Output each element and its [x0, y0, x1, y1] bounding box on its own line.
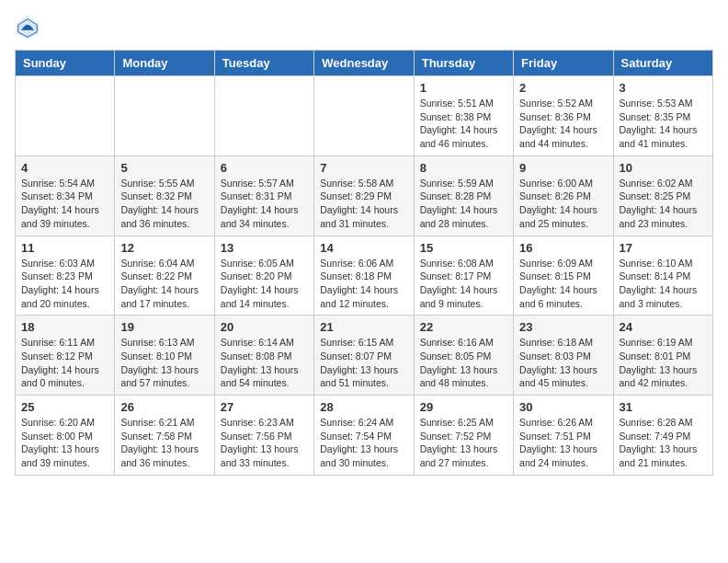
day-number: 27: [221, 400, 308, 414]
col-header-wednesday: Wednesday: [314, 51, 414, 76]
logo: [15, 15, 44, 40]
calendar-cell: 10Sunrise: 6:02 AM Sunset: 8:25 PM Dayli…: [613, 155, 712, 236]
day-number: 2: [519, 81, 607, 95]
day-number: 6: [221, 161, 308, 175]
day-info: Sunrise: 6:00 AM Sunset: 8:26 PM Dayligh…: [519, 177, 607, 231]
day-info: Sunrise: 6:13 AM Sunset: 8:10 PM Dayligh…: [120, 336, 208, 390]
calendar-cell: 7Sunrise: 5:58 AM Sunset: 8:29 PM Daylig…: [314, 155, 414, 236]
day-number: 22: [420, 320, 507, 334]
calendar-cell: 28Sunrise: 6:24 AM Sunset: 7:54 PM Dayli…: [314, 396, 414, 476]
day-number: 4: [21, 161, 108, 175]
calendar-table: SundayMondayTuesdayWednesdayThursdayFrid…: [15, 50, 713, 476]
col-header-tuesday: Tuesday: [214, 51, 313, 76]
calendar-cell: 20Sunrise: 6:14 AM Sunset: 8:08 PM Dayli…: [214, 316, 313, 396]
day-number: 13: [221, 241, 308, 255]
calendar-week-3: 11Sunrise: 6:03 AM Sunset: 8:23 PM Dayli…: [16, 236, 713, 316]
day-info: Sunrise: 6:28 AM Sunset: 7:49 PM Dayligh…: [620, 416, 707, 470]
calendar-cell: 22Sunrise: 6:16 AM Sunset: 8:05 PM Dayli…: [414, 316, 513, 396]
day-number: 24: [620, 320, 707, 334]
day-info: Sunrise: 6:08 AM Sunset: 8:17 PM Dayligh…: [420, 257, 507, 311]
calendar-cell: 26Sunrise: 6:21 AM Sunset: 7:58 PM Dayli…: [115, 396, 214, 476]
calendar-cell: 31Sunrise: 6:28 AM Sunset: 7:49 PM Dayli…: [613, 396, 712, 476]
day-number: 7: [320, 161, 407, 175]
calendar-week-1: 1Sunrise: 5:51 AM Sunset: 8:38 PM Daylig…: [16, 76, 713, 156]
day-info: Sunrise: 6:11 AM Sunset: 8:12 PM Dayligh…: [21, 336, 108, 390]
day-info: Sunrise: 6:06 AM Sunset: 8:18 PM Dayligh…: [320, 257, 407, 311]
calendar-cell: 27Sunrise: 6:23 AM Sunset: 7:56 PM Dayli…: [214, 396, 313, 476]
day-info: Sunrise: 6:16 AM Sunset: 8:05 PM Dayligh…: [420, 336, 507, 390]
header-row: SundayMondayTuesdayWednesdayThursdayFrid…: [16, 51, 713, 76]
calendar-cell: 29Sunrise: 6:25 AM Sunset: 7:52 PM Dayli…: [414, 396, 513, 476]
day-info: Sunrise: 5:52 AM Sunset: 8:36 PM Dayligh…: [519, 97, 607, 151]
day-number: 12: [120, 241, 208, 255]
calendar-cell: 12Sunrise: 6:04 AM Sunset: 8:22 PM Dayli…: [115, 236, 214, 316]
day-info: Sunrise: 5:57 AM Sunset: 8:31 PM Dayligh…: [221, 177, 308, 231]
calendar-cell: 16Sunrise: 6:09 AM Sunset: 8:15 PM Dayli…: [514, 236, 613, 316]
day-number: 28: [320, 400, 407, 414]
day-info: Sunrise: 6:03 AM Sunset: 8:23 PM Dayligh…: [21, 257, 108, 311]
page-header: [15, 15, 713, 40]
day-info: Sunrise: 6:20 AM Sunset: 8:00 PM Dayligh…: [21, 416, 108, 470]
day-info: Sunrise: 6:19 AM Sunset: 8:01 PM Dayligh…: [620, 336, 707, 390]
calendar-cell: [314, 76, 414, 156]
calendar-body: 1Sunrise: 5:51 AM Sunset: 8:38 PM Daylig…: [16, 76, 713, 476]
day-number: 30: [519, 400, 607, 414]
day-info: Sunrise: 6:14 AM Sunset: 8:08 PM Dayligh…: [221, 336, 308, 390]
day-info: Sunrise: 6:02 AM Sunset: 8:25 PM Dayligh…: [620, 177, 707, 231]
calendar-cell: 24Sunrise: 6:19 AM Sunset: 8:01 PM Dayli…: [613, 316, 712, 396]
calendar-cell: 25Sunrise: 6:20 AM Sunset: 8:00 PM Dayli…: [16, 396, 115, 476]
day-number: 11: [21, 241, 108, 255]
day-number: 14: [320, 241, 407, 255]
day-info: Sunrise: 6:09 AM Sunset: 8:15 PM Dayligh…: [519, 257, 607, 311]
calendar-cell: 4Sunrise: 5:54 AM Sunset: 8:34 PM Daylig…: [16, 155, 115, 236]
day-number: 16: [519, 241, 607, 255]
calendar-cell: 2Sunrise: 5:52 AM Sunset: 8:36 PM Daylig…: [514, 76, 613, 156]
calendar-cell: 13Sunrise: 6:05 AM Sunset: 8:20 PM Dayli…: [214, 236, 313, 316]
col-header-thursday: Thursday: [414, 51, 513, 76]
calendar-cell: 19Sunrise: 6:13 AM Sunset: 8:10 PM Dayli…: [115, 316, 214, 396]
day-info: Sunrise: 5:54 AM Sunset: 8:34 PM Dayligh…: [21, 177, 108, 231]
day-info: Sunrise: 6:04 AM Sunset: 8:22 PM Dayligh…: [120, 257, 208, 311]
calendar-cell: [214, 76, 313, 156]
day-number: 31: [620, 400, 707, 414]
calendar-week-2: 4Sunrise: 5:54 AM Sunset: 8:34 PM Daylig…: [16, 155, 713, 236]
day-number: 29: [420, 400, 507, 414]
day-number: 25: [21, 400, 108, 414]
calendar-cell: 18Sunrise: 6:11 AM Sunset: 8:12 PM Dayli…: [16, 316, 115, 396]
col-header-saturday: Saturday: [613, 51, 712, 76]
calendar-cell: 3Sunrise: 5:53 AM Sunset: 8:35 PM Daylig…: [613, 76, 712, 156]
day-number: 9: [519, 161, 607, 175]
day-info: Sunrise: 6:21 AM Sunset: 7:58 PM Dayligh…: [120, 416, 208, 470]
day-info: Sunrise: 6:05 AM Sunset: 8:20 PM Dayligh…: [221, 257, 308, 311]
day-info: Sunrise: 6:25 AM Sunset: 7:52 PM Dayligh…: [420, 416, 507, 470]
col-header-monday: Monday: [115, 51, 214, 76]
day-info: Sunrise: 5:51 AM Sunset: 8:38 PM Dayligh…: [420, 97, 507, 151]
calendar-cell: 23Sunrise: 6:18 AM Sunset: 8:03 PM Dayli…: [514, 316, 613, 396]
day-info: Sunrise: 5:55 AM Sunset: 8:32 PM Dayligh…: [120, 177, 208, 231]
day-info: Sunrise: 6:18 AM Sunset: 8:03 PM Dayligh…: [519, 336, 607, 390]
day-number: 20: [221, 320, 308, 334]
calendar-cell: 11Sunrise: 6:03 AM Sunset: 8:23 PM Dayli…: [16, 236, 115, 316]
day-number: 10: [620, 161, 707, 175]
day-info: Sunrise: 6:10 AM Sunset: 8:14 PM Dayligh…: [620, 257, 707, 311]
calendar-week-4: 18Sunrise: 6:11 AM Sunset: 8:12 PM Dayli…: [16, 316, 713, 396]
calendar-cell: 30Sunrise: 6:26 AM Sunset: 7:51 PM Dayli…: [514, 396, 613, 476]
day-number: 21: [320, 320, 407, 334]
day-info: Sunrise: 5:59 AM Sunset: 8:28 PM Dayligh…: [420, 177, 507, 231]
day-info: Sunrise: 6:24 AM Sunset: 7:54 PM Dayligh…: [320, 416, 407, 470]
col-header-sunday: Sunday: [16, 51, 115, 76]
day-number: 26: [120, 400, 208, 414]
calendar-cell: 15Sunrise: 6:08 AM Sunset: 8:17 PM Dayli…: [414, 236, 513, 316]
day-info: Sunrise: 6:15 AM Sunset: 8:07 PM Dayligh…: [320, 336, 407, 390]
day-number: 18: [21, 320, 108, 334]
day-info: Sunrise: 5:58 AM Sunset: 8:29 PM Dayligh…: [320, 177, 407, 231]
calendar-cell: [115, 76, 214, 156]
calendar-cell: 17Sunrise: 6:10 AM Sunset: 8:14 PM Dayli…: [613, 236, 712, 316]
calendar-cell: 8Sunrise: 5:59 AM Sunset: 8:28 PM Daylig…: [414, 155, 513, 236]
day-number: 15: [420, 241, 507, 255]
day-number: 1: [420, 81, 507, 95]
logo-icon: [15, 15, 40, 40]
calendar-cell: 1Sunrise: 5:51 AM Sunset: 8:38 PM Daylig…: [414, 76, 513, 156]
calendar-cell: 6Sunrise: 5:57 AM Sunset: 8:31 PM Daylig…: [214, 155, 313, 236]
day-number: 19: [120, 320, 208, 334]
